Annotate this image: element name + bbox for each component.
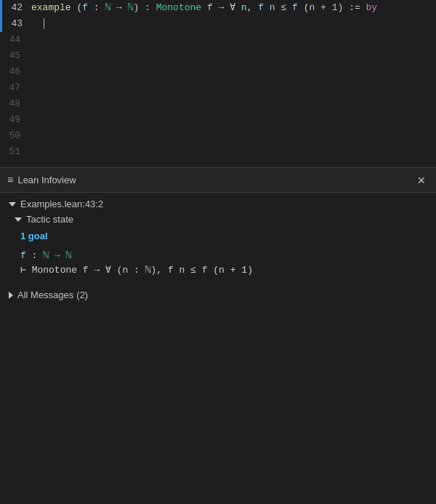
goal-count: 1 goal [20, 231, 427, 241]
code-line-46: 46 [0, 64, 436, 80]
line-number-48: 48 [0, 96, 26, 112]
hypothesis-block: f : ℕ → ℕ ⊢ Monotone f → ∀ (n : ℕ), f n … [20, 249, 427, 278]
messages-expand-icon [9, 292, 13, 299]
code-line-44: 44 [0, 32, 436, 48]
tactic-state-label: Tactic state [26, 214, 73, 225]
text-cursor [44, 18, 44, 29]
line-number-50: 50 [0, 128, 26, 144]
line-number-42: 42 [2, 0, 28, 16]
code-line-50: 50 [0, 128, 436, 144]
line-number-46: 46 [0, 64, 26, 80]
code-line-47: 47 [0, 80, 436, 96]
line-number-45: 45 [0, 48, 26, 64]
infoview-menu-icon: ≡ [7, 175, 13, 186]
all-messages-label: All Messages [17, 289, 73, 300]
tactic-state-header[interactable]: Tactic state [15, 214, 427, 225]
collapse-triangle-icon [9, 202, 16, 207]
code-line-51: 51 [0, 144, 436, 160]
location-header[interactable]: Examples.lean:43:2 [9, 199, 427, 209]
line-content-43 [28, 16, 44, 32]
infoview-close-button[interactable]: ✕ [414, 173, 429, 188]
code-line-45: 45 [0, 48, 436, 64]
line-number-44: 44 [0, 32, 26, 48]
code-line-43[interactable]: 43 [0, 16, 436, 32]
line-number-51: 51 [0, 144, 26, 160]
code-line-42: 42 example (f : ℕ → ℕ) : Monotone f → ∀ … [0, 0, 436, 16]
line-number-47: 47 [0, 80, 26, 96]
line-number-49: 49 [0, 112, 26, 128]
code-line-48: 48 [0, 96, 436, 112]
all-messages-header[interactable]: All Messages (2) [9, 289, 427, 300]
infoview-title: Lean Infoview [17, 175, 414, 185]
code-line-49: 49 [0, 112, 436, 128]
lean-infoview-panel: ≡ Lean Infoview ✕ Examples.lean:43:2 Tac… [0, 168, 436, 504]
infoview-content: Examples.lean:43:2 Tactic state 1 goal f… [0, 193, 436, 306]
hypothesis-line: f : ℕ → ℕ [20, 249, 427, 263]
line-number-43: 43 [2, 16, 28, 32]
goal-line: ⊢ Monotone f → ∀ (n : ℕ), f n ≤ f (n + 1… [20, 263, 427, 278]
all-messages-count: (2) [76, 289, 88, 300]
location-text: Examples.lean:43:2 [20, 199, 103, 209]
line-content-42: example (f : ℕ → ℕ) : Monotone f → ∀ n, … [28, 0, 377, 16]
tactic-collapse-icon [15, 217, 22, 222]
infoview-header: ≡ Lean Infoview ✕ [0, 168, 436, 193]
code-editor[interactable]: 42 example (f : ℕ → ℕ) : Monotone f → ∀ … [0, 0, 436, 167]
